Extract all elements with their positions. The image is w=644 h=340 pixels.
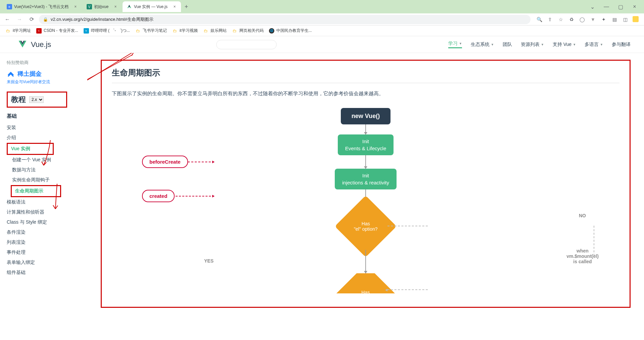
- page-title: 生命周期图示: [112, 67, 619, 83]
- sponsor-label: 特别赞助商: [7, 60, 87, 66]
- sidebar-item-events[interactable]: 事件处理: [7, 247, 87, 258]
- url-text: v2.cn.vuejs.org/v2/guide/instance.html#生…: [51, 16, 153, 22]
- browser-tab-active[interactable]: Vue 实例 — Vue.js ×: [123, 1, 181, 12]
- site-logo[interactable]: Vue.js: [17, 40, 51, 50]
- sidebar-item-conditional[interactable]: 条件渲染: [7, 227, 87, 237]
- nav-label: 团队: [503, 42, 512, 48]
- nav-label: 多语言: [585, 42, 599, 48]
- recycle-icon[interactable]: ♻: [568, 16, 575, 23]
- sidebar[interactable]: 特别赞助商 稀土掘金 来掘金与Vue同好者交流 教程 2.x 基础 安装 介绍 …: [0, 36, 87, 340]
- share-icon[interactable]: ⇪: [547, 16, 553, 23]
- sidebar-item-install[interactable]: 安装: [7, 123, 87, 133]
- tutorial-title: 教程: [11, 95, 26, 105]
- main-content[interactable]: 生命周期图示 下图展示了实例的生命周期。你不需要立马弄明白所有的东西，不过随着你…: [87, 36, 644, 340]
- search-input[interactable]: [216, 40, 277, 49]
- arrow-down-icon: [365, 124, 366, 134]
- address-bar[interactable]: 🔒 v2.cn.vuejs.org/v2/guide/instance.html…: [39, 15, 531, 24]
- bookmark-item[interactable]: 🗀网页相关代码: [232, 28, 264, 34]
- browser-toolbar: ← → ⟳ 🔒 v2.cn.vuejs.org/v2/guide/instanc…: [0, 13, 644, 25]
- forward-button[interactable]: →: [15, 15, 24, 24]
- new-tab-button[interactable]: +: [182, 2, 191, 11]
- sidebar-sub-data[interactable]: 数据与方法: [12, 165, 87, 175]
- vue-logo-icon: [17, 40, 28, 50]
- dashed-connector: [387, 289, 428, 290]
- bookmark-label: CSDN - 专业开发...: [44, 28, 78, 34]
- sidebar-item-intro[interactable]: 介绍: [7, 133, 87, 143]
- bookmark-item[interactable]: 🗀it学习网址: [5, 28, 31, 34]
- folder-icon: 🗀: [5, 28, 11, 34]
- chevron-down-icon[interactable]: ⌄: [588, 3, 596, 11]
- sidebar-item-computed[interactable]: 计算属性和侦听器: [7, 207, 87, 217]
- extensions-icon[interactable]: ✦: [600, 16, 607, 23]
- lifecycle-diagram: new Vue() Init Events & Lifecycle before…: [112, 108, 619, 307]
- nav-ecosystem[interactable]: 生态系统▼: [471, 41, 494, 48]
- maximize-icon[interactable]: ▢: [616, 3, 625, 11]
- diagram-text: when: [577, 248, 589, 253]
- bookmark-label: 飞书学习笔记: [143, 28, 167, 34]
- nav-team[interactable]: 团队: [503, 41, 512, 48]
- folder-icon: 🗀: [172, 28, 178, 34]
- browser-tab[interactable]: V 初始vue ×: [83, 1, 122, 12]
- chevron-down-icon: ▼: [459, 42, 462, 45]
- tab-title: Vue 实例 — Vue.js: [134, 4, 168, 10]
- sidebar-item-class[interactable]: Class 与 Style 绑定: [7, 217, 87, 227]
- close-icon[interactable]: ×: [172, 4, 177, 9]
- browser-titlebar: ≡ Vue(Vue2+Vue3) - 飞书云文档 × V 初始vue × Vue…: [0, 0, 644, 13]
- close-icon[interactable]: ×: [631, 3, 639, 11]
- bookmark-item[interactable]: 🗀飞书学习笔记: [135, 28, 167, 34]
- version-select[interactable]: 2.x: [29, 96, 44, 103]
- diagram-mount-text: when vm.$mount(el) is called: [556, 248, 609, 264]
- bookmark-item[interactable]: CCSDN - 专业开发...: [36, 28, 78, 34]
- sidepanel-icon[interactable]: ◫: [622, 16, 629, 23]
- nav-learn[interactable]: 学习▼: [448, 41, 462, 48]
- bookmark-item[interactable]: 🗀it学习视频: [172, 28, 198, 34]
- arrow-down-icon: [365, 250, 366, 273]
- sidebar-item-list[interactable]: 列表渲染: [7, 237, 87, 247]
- sidebar-item-forms[interactable]: 表单输入绑定: [7, 258, 87, 268]
- circle-icon[interactable]: ◯: [579, 16, 586, 23]
- site-nav: 学习▼ 生态系统▼ 团队 资源列表▼ 支持 Vue▼ 多语言▼ 参与翻译: [448, 41, 631, 48]
- star-icon[interactable]: ☆: [557, 16, 564, 23]
- minimize-icon[interactable]: —: [602, 3, 610, 11]
- reading-list-icon[interactable]: ▤: [611, 16, 618, 23]
- diagram-text: is called: [573, 259, 592, 264]
- diagram-text: vm.$mount(el): [566, 253, 599, 259]
- lock-icon: 🔒: [43, 17, 48, 22]
- nav-support[interactable]: 支持 Vue▼: [553, 41, 576, 48]
- close-icon[interactable]: ×: [73, 4, 78, 9]
- chevron-down-icon: ▼: [600, 43, 603, 46]
- nav-lang[interactable]: 多语言▼: [585, 41, 603, 48]
- bookmark-item[interactable]: b哔哩哔哩 ( ゜- ゜)つ...: [84, 28, 130, 34]
- zoom-icon[interactable]: 🔍: [536, 16, 543, 23]
- back-button[interactable]: ←: [3, 15, 12, 24]
- sponsor-icon: [7, 70, 15, 78]
- diagram-text: Has: [362, 290, 370, 293]
- sidebar-sub-lifecycle[interactable]: 生命周期图示: [11, 185, 61, 197]
- nav-label: 资源列表: [521, 42, 540, 48]
- bookmark-label: 中国民办教育学生...: [276, 28, 312, 34]
- close-icon[interactable]: ×: [113, 4, 118, 9]
- sidebar-item-template[interactable]: 模板语法: [7, 197, 87, 207]
- sidebar-item-components[interactable]: 组件基础: [7, 268, 87, 278]
- nav-translate[interactable]: 参与翻译: [612, 41, 631, 48]
- bookmark-label: 娱乐网站: [211, 28, 227, 34]
- sponsor-link[interactable]: 稀土掘金: [7, 70, 87, 78]
- profile-icon[interactable]: [633, 16, 639, 22]
- section-title: 基础: [7, 113, 87, 119]
- vue-ext-icon[interactable]: ▼: [590, 16, 596, 23]
- sponsor-sub[interactable]: 来掘金与Vue同好者交流: [7, 79, 87, 85]
- diagram-label-yes: YES: [204, 258, 214, 264]
- browser-tab[interactable]: ≡ Vue(Vue2+Vue3) - 飞书云文档 ×: [3, 1, 82, 12]
- reload-button[interactable]: ⟳: [27, 15, 36, 24]
- dashed-arrow-icon: [172, 196, 214, 196]
- nav-label: 学习: [448, 41, 458, 47]
- bookmark-item[interactable]: 🗀娱乐网站: [203, 28, 227, 34]
- nav-resources[interactable]: 资源列表▼: [521, 41, 544, 48]
- sidebar-item-instance[interactable]: Vue 实例: [7, 143, 54, 155]
- sidebar-sub-create[interactable]: 创建一个 Vue 实例: [12, 155, 87, 165]
- bookmark-item[interactable]: 🌐中国民办教育学生...: [269, 28, 312, 34]
- bookmark-label: it学习网址: [13, 28, 31, 34]
- diagram-label-no: NO: [579, 213, 586, 218]
- site-header: Vue.js 学习▼ 生态系统▼ 团队 资源列表▼ 支持 Vue▼ 多语言▼ 参…: [0, 36, 644, 53]
- sidebar-sub-hooks[interactable]: 实例生命周期钩子: [12, 175, 87, 185]
